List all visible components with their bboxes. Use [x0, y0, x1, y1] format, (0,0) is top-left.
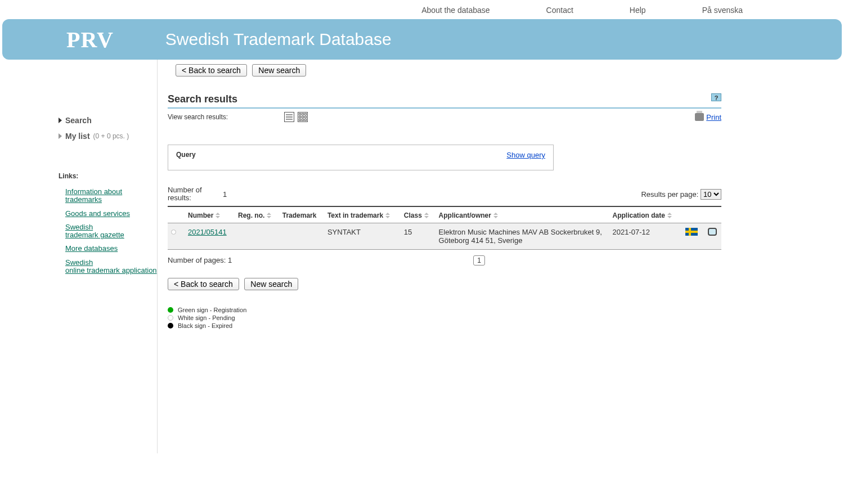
pagination-row: Number of pages: 1 1	[168, 255, 721, 266]
link-goods-services[interactable]: Goods and services	[65, 210, 157, 218]
new-search-button[interactable]: New search	[244, 278, 298, 290]
links-header: Links:	[59, 172, 157, 180]
results-heading: Search results ?	[168, 93, 721, 109]
rpp-label: Results per page:	[641, 190, 698, 199]
back-to-search-button[interactable]: < Back to search	[176, 64, 247, 76]
sidebar-mylist-count: (0 + 0 pcs. )	[93, 132, 129, 140]
show-query-link[interactable]: Show query	[506, 151, 545, 159]
main-content: < Back to search New search Search resul…	[158, 60, 731, 453]
sidebar: Search My list (0 + 0 pcs. ) Links: Info…	[0, 60, 158, 453]
links-list: Information about trademarks Goods and s…	[65, 188, 157, 274]
rpp-select[interactable]: 10	[701, 189, 721, 200]
col-number[interactable]: Number	[185, 206, 235, 223]
status-pending-icon	[171, 230, 176, 235]
nav-contact[interactable]: Contact	[546, 6, 573, 15]
page-title: Swedish Trademark Database	[165, 30, 392, 49]
results-table: Number Reg. no. Trademark Text in tradem…	[168, 206, 721, 250]
page-1-button[interactable]: 1	[473, 255, 485, 266]
sort-icon[interactable]	[385, 213, 390, 218]
list-view-icon[interactable]	[284, 112, 294, 122]
back-to-search-button[interactable]: < Back to search	[168, 278, 239, 290]
sidebar-item-search[interactable]: Search	[59, 112, 157, 128]
col-text[interactable]: Text in trademark	[324, 206, 401, 223]
printer-icon	[695, 113, 704, 121]
grid-view-icon[interactable]	[298, 112, 308, 122]
link-gazette[interactable]: Swedishtrademark gazette	[65, 223, 157, 240]
col-class[interactable]: Class	[401, 206, 436, 223]
link-online-application[interactable]: Swedishonline trademark application	[65, 259, 157, 275]
legend: Green sign - Registration White sign - P…	[168, 306, 721, 330]
view-row: View search results: Print	[168, 112, 721, 122]
legend-black-label: Black sign - Expired	[178, 322, 232, 330]
view-icons	[284, 112, 308, 122]
caret-right-icon	[59, 133, 62, 139]
legend-green-label: Green sign - Registration	[178, 306, 246, 314]
col-appdate[interactable]: Application date	[609, 206, 683, 223]
new-search-button[interactable]: New search	[252, 64, 306, 76]
number-link[interactable]: 2021/05141	[188, 228, 227, 236]
legend-white-icon	[168, 315, 173, 321]
legend-black-icon	[168, 323, 173, 328]
print-link[interactable]: Print	[695, 113, 721, 122]
button-bar-top: < Back to search New search	[176, 64, 721, 76]
table-row[interactable]: 2021/05141 SYNTAKT 15 Elektron Music Mac…	[168, 223, 721, 249]
sort-icon[interactable]	[424, 213, 429, 218]
num-results-value: 1	[223, 190, 227, 199]
sort-icon[interactable]	[216, 213, 220, 218]
legend-white-label: White sign - Pending	[178, 314, 235, 322]
banner: PRV Swedish Trademark Database	[2, 19, 842, 60]
top-nav: About the database Contact Help På svens…	[0, 0, 844, 19]
cell-class: 15	[401, 223, 436, 249]
nav-about[interactable]: About the database	[421, 6, 490, 15]
flag-sweden-icon	[685, 228, 698, 236]
results-per-page: Results per page: 10	[641, 189, 721, 200]
button-bar-bottom: < Back to search New search	[168, 278, 721, 290]
col-applicant[interactable]: Applicant/owner	[436, 206, 609, 223]
help-icon[interactable]: ?	[711, 93, 721, 101]
link-info-trademarks[interactable]: Information about trademarks	[65, 188, 157, 204]
cell-applicant: Elektron Music Machines MAV AB Sockerbru…	[436, 223, 609, 249]
cell-trademark	[279, 223, 324, 249]
view-label: View search results:	[168, 113, 228, 121]
sidebar-search-label: Search	[65, 116, 92, 125]
query-label: Query	[176, 151, 196, 159]
cell-text: SYNTAKT	[324, 223, 401, 249]
count-row: Number of results: 1 Results per page: 1…	[168, 186, 721, 202]
sidebar-item-mylist[interactable]: My list (0 + 0 pcs. )	[59, 128, 157, 144]
col-trademark[interactable]: Trademark	[279, 206, 324, 223]
sort-icon[interactable]	[493, 213, 498, 218]
num-pages-label: Number of pages: 1	[168, 256, 232, 264]
add-to-list-button[interactable]	[708, 228, 717, 236]
num-results-label: Number of results:	[168, 186, 218, 202]
sort-icon[interactable]	[267, 213, 271, 218]
sidebar-mylist-label: My list	[65, 132, 90, 141]
logo: PRV	[66, 26, 114, 53]
cell-appdate: 2021-07-12	[609, 223, 683, 249]
link-more-databases[interactable]: More databases	[65, 245, 157, 253]
query-box: Query Show query	[168, 145, 554, 170]
cell-regno	[235, 223, 279, 249]
nav-help[interactable]: Help	[630, 6, 646, 15]
col-regno[interactable]: Reg. no.	[235, 206, 279, 223]
caret-right-icon	[59, 118, 62, 123]
sort-icon[interactable]	[667, 213, 672, 218]
legend-green-icon	[168, 307, 173, 313]
nav-swedish[interactable]: På svenska	[702, 6, 743, 15]
